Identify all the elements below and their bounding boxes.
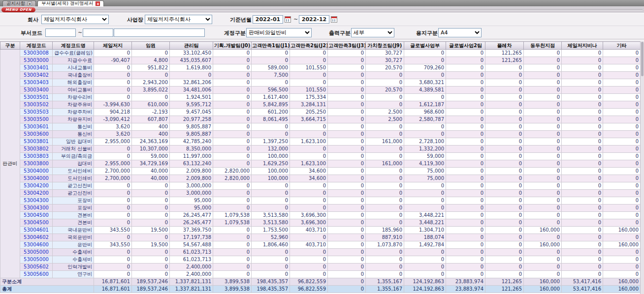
amount-cell[interactable]: 0 xyxy=(603,205,641,212)
amount-cell[interactable]: 1,623,100 xyxy=(290,160,328,168)
paper-type-select[interactable]: A4 xyxy=(438,28,482,37)
amount-cell[interactable]: 9,805,887 xyxy=(170,123,213,131)
amount-cell[interactable]: 0 xyxy=(562,116,603,123)
amount-cell[interactable]: 95,000 xyxy=(170,197,213,205)
amount-cell[interactable]: 0 xyxy=(132,249,170,256)
amount-cell[interactable]: 52,960 xyxy=(252,234,290,241)
amount-cell[interactable]: 0 xyxy=(366,123,404,131)
amount-cell[interactable]: 0 xyxy=(446,57,485,64)
amount-cell[interactable]: 0 xyxy=(603,72,641,79)
table-row[interactable]: 53003401시내교통비0951,8221,619,8000589,00010… xyxy=(0,64,641,72)
amount-cell[interactable]: 0 xyxy=(524,131,562,138)
amount-cell[interactable]: 0 xyxy=(485,146,524,153)
amount-cell[interactable]: 0 xyxy=(132,50,170,57)
amount-cell[interactable]: 0 xyxy=(524,57,562,64)
amount-cell[interactable]: 0 xyxy=(562,264,603,271)
amount-cell[interactable]: 26,245,477 xyxy=(170,212,213,219)
amount-cell[interactable]: 0 xyxy=(603,116,641,123)
amount-cell[interactable]: 0 xyxy=(213,190,252,197)
amount-cell[interactable]: 0 xyxy=(132,256,170,264)
amount-cell[interactable]: 0 xyxy=(213,123,252,131)
column-header[interactable]: 고객만족2팀(J2) xyxy=(290,42,328,50)
amount-cell[interactable]: 0 xyxy=(404,249,446,256)
table-row[interactable]: 53004601국내운반비343,55019,50037,369,75001,7… xyxy=(0,227,641,234)
amount-cell[interactable]: 0 xyxy=(290,182,328,190)
amount-cell[interactable]: 0 xyxy=(252,256,290,264)
amount-cell[interactable]: 0 xyxy=(524,197,562,205)
amount-cell[interactable]: 0 xyxy=(170,72,213,79)
amount-cell[interactable]: 1,619,800 xyxy=(170,64,213,72)
amount-cell[interactable]: 1,617,400 xyxy=(252,94,290,101)
amount-cell[interactable]: 0 xyxy=(446,249,485,256)
amount-cell[interactable]: 0 xyxy=(213,264,252,271)
amount-cell[interactable]: 10,307,000 xyxy=(132,146,170,153)
amount-cell[interactable]: 0 xyxy=(562,241,603,249)
amount-cell[interactable]: 0 xyxy=(485,116,524,123)
amount-cell[interactable]: 95,000 xyxy=(170,205,213,212)
amount-cell[interactable]: 0 xyxy=(366,212,404,219)
amount-cell[interactable]: 3,448,221 xyxy=(404,219,446,227)
amount-cell[interactable]: 0 xyxy=(328,50,366,57)
amount-cell[interactable]: 0 xyxy=(524,64,562,72)
amount-cell[interactable]: 75,000 xyxy=(404,168,446,175)
account-name-cell[interactable]: 도서인쇄비 xyxy=(53,168,94,175)
amount-cell[interactable]: 0 xyxy=(94,219,132,227)
amount-cell[interactable]: 0 xyxy=(404,256,446,264)
amount-cell[interactable]: 0 xyxy=(603,50,641,57)
amount-cell[interactable]: 0 xyxy=(446,72,485,79)
amount-cell[interactable]: 0 xyxy=(213,227,252,234)
account-name-cell[interactable]: 차량수리비 xyxy=(53,94,94,101)
account-code-cell[interactable]: 53005000 xyxy=(20,256,53,264)
amount-cell[interactable]: 0 xyxy=(213,72,252,79)
amount-cell[interactable]: 160,000 xyxy=(524,241,562,249)
amount-cell[interactable]: 0 xyxy=(446,123,485,131)
amount-cell[interactable]: 1,397,250 xyxy=(252,138,290,146)
amount-cell[interactable]: 0 xyxy=(328,116,366,123)
amount-cell[interactable]: 1,337,821,131 xyxy=(170,278,213,286)
amount-cell[interactable]: 1,079,538 xyxy=(213,212,252,219)
amount-cell[interactable]: 0 xyxy=(485,160,524,168)
amount-cell[interactable]: 0 xyxy=(603,153,641,160)
amount-cell[interactable]: 3,696,300 xyxy=(290,212,328,219)
amount-cell[interactable]: 3,696,300 xyxy=(290,219,328,227)
amount-cell[interactable]: 0 xyxy=(94,212,132,219)
amount-cell[interactable]: 2,955,000 xyxy=(94,160,132,168)
amount-cell[interactable]: 59,000 xyxy=(404,153,446,160)
amount-cell[interactable]: 0 xyxy=(290,131,328,138)
amount-cell[interactable]: 0 xyxy=(213,256,252,264)
account-code-cell[interactable]: 53005600 xyxy=(20,271,53,278)
account-name-cell[interactable]: 국내출장비 xyxy=(53,72,94,79)
amount-cell[interactable]: 0 xyxy=(603,271,641,278)
amount-cell[interactable]: 0 xyxy=(404,205,446,212)
account-name-cell[interactable]: 접대비 xyxy=(53,160,94,168)
amount-cell[interactable]: 0 xyxy=(603,109,641,116)
amount-cell[interactable]: 0 xyxy=(446,79,485,87)
amount-cell[interactable]: 0 xyxy=(132,205,170,212)
amount-cell[interactable]: 0 xyxy=(524,256,562,264)
account-name-cell[interactable]: 국외운반비 xyxy=(53,234,94,241)
account-name-cell[interactable]: 통신비 xyxy=(53,131,94,138)
amount-cell[interactable]: 0 xyxy=(213,241,252,249)
account-code-cell[interactable]: 53004500 xyxy=(20,212,53,219)
amount-cell[interactable]: 0 xyxy=(290,50,328,57)
account-name-cell[interactable]: 일반 접대비 xyxy=(53,138,94,146)
table-row[interactable]: 53003503차량주차비904,218-2,1939,457,0450601,… xyxy=(0,109,641,116)
amount-cell[interactable]: 0 xyxy=(213,249,252,256)
amount-cell[interactable]: 0 xyxy=(328,109,366,116)
amount-cell[interactable]: 0 xyxy=(562,175,603,182)
amount-cell[interactable]: 132,000 xyxy=(252,146,290,153)
amount-cell[interactable]: 20,570 xyxy=(366,64,404,72)
account-code-cell[interactable]: 53003503 xyxy=(20,109,53,116)
amount-cell[interactable]: 0 xyxy=(603,168,641,175)
amount-cell[interactable]: 0 xyxy=(328,160,366,168)
amount-cell[interactable]: 205,250 xyxy=(290,109,328,116)
amount-cell[interactable]: 0 xyxy=(562,123,603,131)
amount-cell[interactable]: 1,073,870 xyxy=(366,241,404,249)
amount-cell[interactable]: 189,537,246 xyxy=(132,286,170,293)
amount-cell[interactable]: 0 xyxy=(213,153,252,160)
account-code-cell[interactable]: 53003800 xyxy=(20,160,53,168)
amount-cell[interactable]: -90,407 xyxy=(94,57,132,64)
amount-cell[interactable]: 0 xyxy=(446,197,485,205)
table-row[interactable]: 53004000도서인쇄비2,700,00040,0002,009,8002,8… xyxy=(0,175,641,182)
amount-cell[interactable]: 3,899,538 xyxy=(213,278,252,286)
